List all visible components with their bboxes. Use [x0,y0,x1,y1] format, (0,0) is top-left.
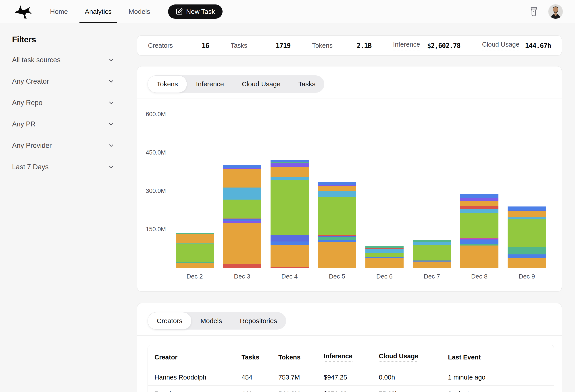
bar-segment-blue[interactable] [223,165,261,168]
bar-segment-teal[interactable] [365,246,404,248]
bar-segment-blue[interactable] [318,182,356,185]
tab-models[interactable]: Models [192,312,231,329]
x-axis-label: Dec 5 [313,273,361,280]
bar-segment-purple[interactable] [270,163,309,167]
nav-item-analytics[interactable]: Analytics [76,0,120,23]
table-tabs: Creators Models Repositories [147,312,286,329]
stat-label[interactable]: Inference [393,41,420,50]
stat-value: 144.67h [525,42,551,49]
bar-segment-blue[interactable] [460,194,499,198]
tab-creators[interactable]: Creators [147,312,192,329]
bar-segment-blue[interactable] [318,240,356,242]
flashlight-button[interactable] [528,6,539,17]
bar-segment-green[interactable] [508,219,546,247]
col-inference[interactable]: Inference [324,345,379,369]
bar-dec-7[interactable] [413,240,451,268]
nav-item-models[interactable]: Models [120,0,159,23]
bar-segment-green[interactable] [413,245,451,260]
col-tokens: Tokens [278,345,324,369]
bar-segment-sky[interactable] [460,209,499,213]
bar-segment-sky[interactable] [508,218,546,219]
bar-segment-sky[interactable] [318,191,356,197]
bar-segment-orange[interactable] [508,211,546,218]
col-cloud-usage[interactable]: Cloud Usage [379,345,448,369]
bar-segment-red[interactable] [460,206,499,209]
user-avatar[interactable] [548,4,563,19]
tab-cloud-usage[interactable]: Cloud Usage [233,75,289,93]
bar-segment-orange[interactable] [365,258,404,268]
bar-segment-orange[interactable] [223,169,261,188]
tab-tokens[interactable]: Tokens [147,75,187,93]
stat-cloud-usage: Cloud Usage 144.67h [471,36,562,55]
bar-segment-blue[interactable] [508,254,546,258]
bar-dec-8[interactable] [460,194,499,268]
cell-cloud-usage: 0.00h [379,369,448,386]
x-axis-label: Dec 9 [503,273,551,280]
bar-segment-purple[interactable] [223,221,261,223]
bar-segment-orange[interactable] [176,234,214,243]
kangaroo-logo-icon[interactable] [14,5,33,19]
filter-repo[interactable]: Any Repo [12,92,115,113]
bar-segment-sky[interactable] [223,188,261,199]
x-axis-label: Dec 6 [361,273,408,280]
bar-segment-indigo[interactable] [270,235,309,241]
bar-segment-sky[interactable] [413,242,451,245]
y-axis-tick: 300.0M [146,188,166,195]
bar-segment-orange[interactable] [318,186,356,191]
top-nav-bar: Home Analytics Models New Task [0,0,575,23]
cell-creator: Hannes Roodolph [148,369,241,386]
bar-dec-2[interactable] [176,233,214,268]
header-right-controls [528,4,563,19]
bar-segment-orange[interactable] [318,242,356,268]
bar-segment-blue[interactable] [270,241,309,245]
bar-segment-green[interactable] [176,243,214,262]
stat-label[interactable]: Cloud Usage [482,41,519,50]
filter-date-range[interactable]: Last 7 Days [12,156,115,178]
bar-segment-orange[interactable] [270,245,309,267]
bar-segment-orange[interactable] [460,245,499,268]
tab-tasks[interactable]: Tasks [289,75,325,93]
avatar-photo [549,4,563,19]
filter-creator[interactable]: Any Creator [12,71,115,92]
bar-segment-green[interactable] [365,253,404,257]
bar-segment-teal[interactable] [460,244,499,245]
stat-creators: Creators 16 [137,36,220,55]
bar-segment-purple[interactable] [460,198,499,201]
bar-segment-sky[interactable] [270,177,309,180]
table-row[interactable]: Hannes Roodolph 454 753.7M $947.25 0.00h… [148,369,554,386]
bar-segment-orange[interactable] [270,167,309,177]
bar-segment-orange[interactable] [508,258,546,268]
bar-segment-orange[interactable] [413,261,451,268]
filter-label: All task sources [12,56,60,64]
tab-repositories[interactable]: Repositories [231,312,286,329]
bar-segment-orange[interactable] [223,223,261,264]
bar-segment-green[interactable] [223,199,261,218]
bar-segment-teal[interactable] [508,247,546,254]
table-row[interactable]: Rooviewer 440 544.3M $376.28 75.23h 3 mi… [148,386,554,392]
new-task-button[interactable]: New Task [168,4,223,19]
bar-segment-teal[interactable] [318,237,356,240]
bar-segment-teal[interactable] [413,240,451,242]
filter-pr[interactable]: Any PR [12,113,115,135]
tab-inference[interactable]: Inference [187,75,233,93]
bar-dec-4[interactable] [270,160,309,268]
bar-dec-6[interactable] [365,246,404,268]
nav-item-home[interactable]: Home [42,0,76,23]
bar-dec-5[interactable] [318,182,356,268]
bar-dec-9[interactable] [508,206,546,268]
bar-segment-red[interactable] [223,264,261,268]
bar-segment-red[interactable] [270,267,309,268]
filter-task-sources[interactable]: All task sources [12,49,115,71]
bar-segment-orange[interactable] [460,201,499,206]
bar-segment-blue[interactable] [508,206,546,211]
bar-segment-green[interactable] [270,180,309,235]
filter-label: Last 7 Days [12,163,49,171]
bar-segment-sky[interactable] [365,249,404,253]
bar-segment-green[interactable] [318,197,356,235]
bar-dec-3[interactable] [223,165,261,268]
filter-provider[interactable]: Any Provider [12,135,115,156]
bar-segment-green[interactable] [460,213,499,239]
filters-sidebar: Filters All task sources Any Creator Any… [0,23,126,392]
bar-segment-blue[interactable] [460,240,499,244]
bar-segment-orange[interactable] [176,263,214,268]
